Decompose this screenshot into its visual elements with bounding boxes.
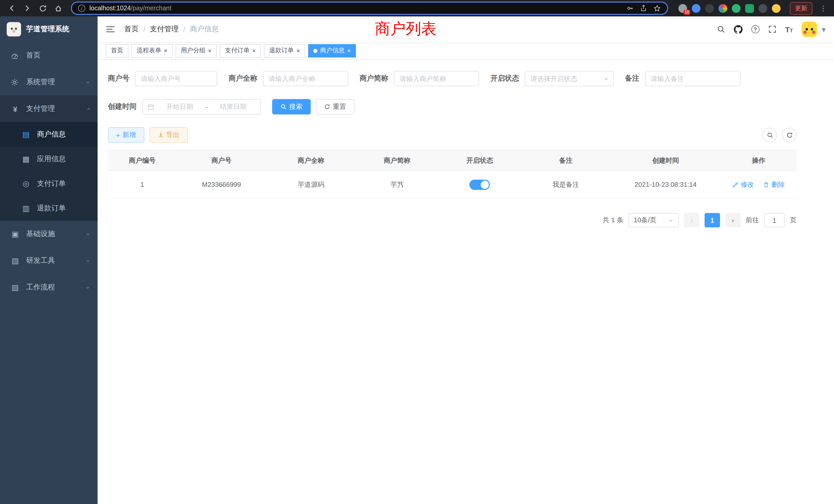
hamburger-icon[interactable] bbox=[106, 25, 115, 33]
breadcrumb-home[interactable]: 首页 bbox=[124, 25, 139, 34]
status-label: 开启状态 bbox=[490, 74, 519, 83]
tab-refund-order[interactable]: 退款订单× bbox=[264, 44, 305, 57]
cell-short-name: 芋艿 bbox=[356, 171, 439, 198]
prev-page-button[interactable]: ‹ bbox=[684, 213, 699, 227]
page-size-select[interactable]: 10条/页 bbox=[629, 213, 679, 227]
chevron-down-icon bbox=[603, 76, 609, 81]
extension-face-icon[interactable] bbox=[772, 4, 781, 13]
tab-merchant-info[interactable]: 商户信息× bbox=[308, 44, 356, 57]
create-time-range-picker[interactable]: 开始日期 - 结束日期 bbox=[142, 99, 261, 114]
export-button[interactable]: 导出 bbox=[149, 127, 188, 143]
key-icon[interactable] bbox=[627, 5, 634, 12]
url-bar[interactable]: i localhost:1024/pay/merchant bbox=[71, 2, 668, 15]
forward-icon[interactable] bbox=[21, 2, 34, 15]
page-number-1[interactable]: 1 bbox=[705, 213, 720, 227]
filter-row-1: 商户号 商户全称 商户简称 开启状态 bbox=[108, 71, 796, 86]
fullscreen-icon[interactable] bbox=[768, 25, 776, 33]
search-button[interactable]: 搜索 bbox=[272, 99, 311, 114]
reset-button[interactable]: 重置 bbox=[316, 99, 354, 114]
extension-drop-icon[interactable] bbox=[692, 4, 701, 13]
sidebar-item-label: 商户信息 bbox=[37, 130, 66, 139]
extension-puzzle-icon[interactable]: 10 bbox=[678, 4, 687, 13]
refresh-table-icon[interactable] bbox=[782, 128, 796, 142]
close-icon[interactable]: × bbox=[164, 47, 168, 54]
reload-icon[interactable] bbox=[36, 2, 49, 15]
close-icon[interactable]: × bbox=[208, 47, 212, 54]
share-icon[interactable] bbox=[640, 5, 647, 12]
url-text[interactable]: localhost:1024/pay/merchant bbox=[89, 5, 622, 12]
tab-user-group[interactable]: 用户分组× bbox=[176, 44, 217, 57]
dashboard-icon bbox=[11, 51, 20, 59]
bookmark-star-icon[interactable] bbox=[653, 4, 661, 12]
tab-process-form[interactable]: 流程表单× bbox=[131, 44, 173, 57]
extension-dark-icon[interactable] bbox=[705, 4, 714, 13]
filter-row-2: 创建时间 开始日期 - 结束日期 搜索 重置 bbox=[108, 99, 796, 114]
sidebar-item-pay-order[interactable]: ◎ 支付订单 bbox=[0, 171, 97, 196]
sidebar-item-label: 系统管理 bbox=[26, 77, 55, 87]
next-page-button[interactable]: › bbox=[725, 213, 741, 227]
sidebar-item-system[interactable]: 系统管理 › bbox=[0, 69, 97, 95]
tab-pay-order[interactable]: 支付订单× bbox=[220, 44, 261, 57]
sidebar-item-payment[interactable]: ¥ 支付管理 › bbox=[0, 95, 97, 122]
sidebar-item-label: 支付订单 bbox=[37, 179, 66, 188]
sidebar-item-refund-order[interactable]: ▥ 退款订单 bbox=[0, 196, 97, 221]
sidebar-item-workflow[interactable]: ▨ 工作流程 › bbox=[0, 274, 97, 301]
sidebar-item-infra[interactable]: ▣ 基础设施 › bbox=[0, 221, 97, 247]
browser-update-button[interactable]: 更新 bbox=[790, 2, 812, 15]
sidebar-item-merchant-info[interactable]: ▤ 商户信息 bbox=[0, 122, 97, 147]
goto-page-input[interactable] bbox=[764, 213, 785, 227]
edit-link[interactable]: 修改 bbox=[732, 180, 754, 189]
close-icon[interactable]: × bbox=[252, 47, 256, 54]
browser-menu-icon[interactable]: ⋮ bbox=[817, 4, 829, 12]
app-logo[interactable]: 芋道管理系统 bbox=[0, 17, 97, 42]
extension-green-icon[interactable] bbox=[732, 4, 741, 13]
full-name-input[interactable] bbox=[263, 71, 348, 86]
font-size-icon[interactable]: TT bbox=[785, 25, 793, 33]
end-date-placeholder[interactable]: 结束日期 bbox=[211, 102, 256, 111]
table-row: 1 M233666999 芋道源码 芋艿 我是备注 2021-10-23 08:… bbox=[108, 171, 796, 198]
breadcrumb-payment[interactable]: 支付管理 bbox=[150, 25, 179, 34]
cell-merchant-no: M233666999 bbox=[177, 171, 266, 198]
header-search-icon[interactable] bbox=[717, 25, 725, 33]
create-time-label: 创建时间 bbox=[108, 102, 137, 111]
short-name-input[interactable] bbox=[394, 71, 479, 86]
sidebar-item-devtools[interactable]: ▧ 研发工具 › bbox=[0, 247, 97, 274]
help-icon[interactable]: ? bbox=[751, 25, 759, 33]
site-info-icon[interactable]: i bbox=[78, 5, 85, 12]
page-unit-label: 页 bbox=[790, 215, 796, 225]
avatar-caret-icon[interactable]: ▾ bbox=[822, 24, 826, 34]
col-full-name: 商户全称 bbox=[266, 150, 356, 171]
github-icon[interactable] bbox=[733, 25, 742, 33]
user-avatar[interactable] bbox=[802, 22, 817, 37]
plus-icon: + bbox=[116, 131, 120, 139]
payment-submenu: ▤ 商户信息 ▦ 应用信息 ◎ 支付订单 ▥ 退款订单 bbox=[0, 122, 97, 221]
tab-home[interactable]: 首页 bbox=[106, 44, 128, 57]
close-icon[interactable]: × bbox=[347, 47, 351, 54]
extensions-bar: 10 bbox=[678, 4, 781, 13]
col-create-time: 创建时间 bbox=[611, 150, 721, 171]
add-button[interactable]: + 新增 bbox=[108, 127, 144, 143]
active-dot bbox=[313, 48, 317, 53]
status-select[interactable] bbox=[525, 71, 614, 86]
close-icon[interactable]: × bbox=[296, 47, 300, 54]
table-header-row: 商户编号 商户号 商户全称 商户简称 开启状态 备注 创建时间 操作 bbox=[108, 150, 796, 171]
sidebar-item-app-info[interactable]: ▦ 应用信息 bbox=[0, 147, 97, 171]
extension-green-square-icon[interactable] bbox=[745, 4, 754, 13]
remark-input[interactable] bbox=[645, 71, 741, 86]
extension-color-icon[interactable] bbox=[719, 4, 727, 13]
sidebar-item-label: 退款订单 bbox=[37, 204, 66, 213]
annotation-merchant-list: 商户列表 bbox=[375, 19, 437, 40]
calendar-icon bbox=[147, 104, 154, 110]
home-icon[interactable] bbox=[51, 2, 65, 15]
delete-link[interactable]: 删除 bbox=[763, 180, 785, 189]
start-date-placeholder[interactable]: 开始日期 bbox=[157, 102, 202, 111]
back-icon[interactable] bbox=[5, 2, 19, 15]
toggle-search-icon[interactable] bbox=[763, 128, 777, 142]
url-path: /pay/merchant bbox=[131, 5, 171, 12]
sidebar-item-home[interactable]: 首页 bbox=[0, 42, 97, 69]
status-toggle[interactable] bbox=[469, 179, 490, 190]
sidebar-item-label: 应用信息 bbox=[37, 155, 66, 164]
col-merchant-id: 商户编号 bbox=[108, 150, 177, 171]
merchant-no-input[interactable] bbox=[135, 71, 217, 86]
extension-paw-icon[interactable] bbox=[759, 4, 767, 13]
